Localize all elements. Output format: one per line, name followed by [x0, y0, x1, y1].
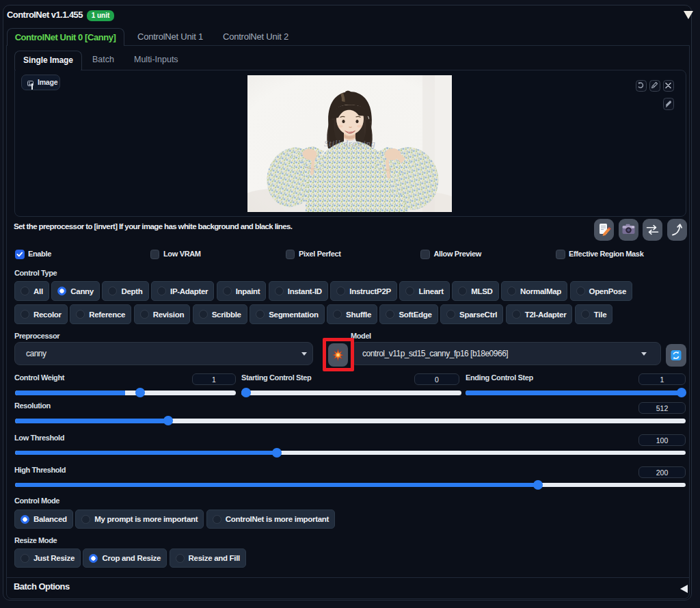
svg-text:Still drawing: Still drawing	[324, 139, 375, 148]
